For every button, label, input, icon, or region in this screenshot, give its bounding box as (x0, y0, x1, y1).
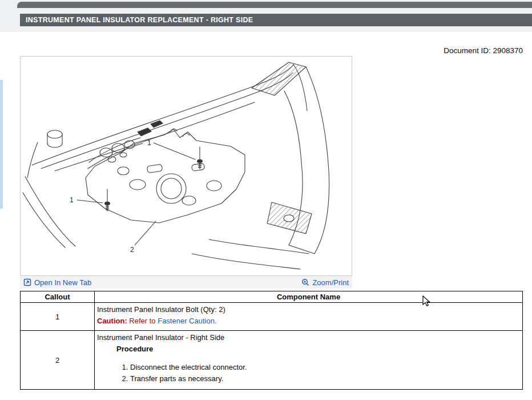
procedure-step: Transfer parts as necessary. (130, 373, 520, 385)
callout-cell: 1 (21, 303, 95, 331)
zoom-icon (301, 278, 309, 286)
caution-text: Refer to (127, 317, 158, 325)
zoom-print-link[interactable]: Zoom/Print (301, 278, 349, 287)
open-in-new-tab-icon (23, 278, 31, 286)
component-name-text: Instrument Panel Insulator Bolt (Qty: 2) (97, 304, 520, 315)
procedure-label: Procedure (116, 343, 520, 355)
figure-panel: 1 1 2 (20, 56, 352, 276)
open-in-new-tab-link[interactable]: Open In New Tab (23, 278, 91, 287)
technical-diagram: 1 1 2 (21, 57, 352, 275)
component-cell: Instrument Panel Insulator Bolt (Qty: 2)… (95, 303, 523, 331)
component-cell: Instrument Panel Insulator - Right Side … (95, 331, 523, 390)
zoom-print-label: Zoom/Print (312, 278, 349, 287)
table-row: 1 Instrument Panel Insulator Bolt (Qty: … (21, 303, 523, 331)
callout-label-1-top: 1 (147, 139, 151, 147)
procedure-steps: Disconnect the electrical connector. Tra… (97, 362, 520, 385)
caution-line: Caution: Refer to Fastener Caution. (97, 315, 520, 327)
left-scrollbar-accent[interactable] (0, 80, 3, 209)
procedure-step: Disconnect the electrical connector. (130, 362, 520, 373)
open-in-new-tab-label: Open In New Tab (34, 278, 91, 287)
table-header-row: Callout Component Name (21, 291, 523, 303)
callout-label-1-left: 1 (70, 196, 74, 204)
caution-label: Caution: (97, 317, 127, 325)
component-table: Callout Component Name 1 Instrument Pane… (20, 291, 523, 390)
top-chrome-edge (17, 2, 532, 8)
table-row: 2 Instrument Panel Insulator - Right Sid… (21, 331, 523, 390)
callout-label-2: 2 (130, 246, 134, 254)
component-name-text: Instrument Panel Insulator - Right Side (97, 332, 520, 343)
caution-period: . (215, 317, 217, 325)
section-title-bar: INSTRUMENT PANEL INSULATOR REPLACEMENT -… (20, 14, 532, 26)
mouse-cursor (422, 295, 432, 307)
callout-cell: 2 (21, 331, 95, 390)
fastener-caution-link[interactable]: Fastener Caution (158, 317, 215, 325)
header-callout: Callout (21, 291, 95, 303)
page-title: INSTRUMENT PANEL INSULATOR REPLACEMENT -… (26, 16, 253, 24)
document-id: Document ID: 2908370 (444, 46, 523, 55)
header-component-name: Component Name (95, 291, 523, 303)
figure-toolbar: Open In New Tab Zoom/Print (20, 276, 352, 289)
